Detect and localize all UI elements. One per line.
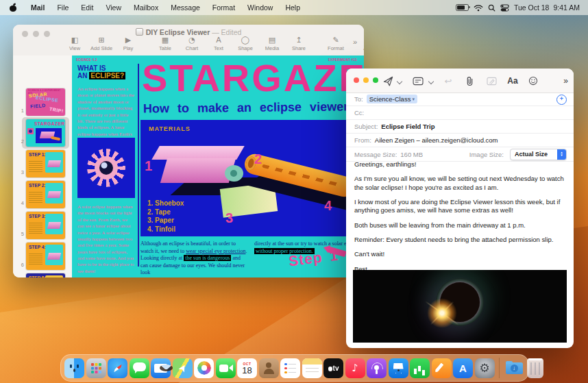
slide-thumbnail-5[interactable]: STEP 3: xyxy=(26,212,65,239)
dock-item-keynote[interactable] xyxy=(389,358,408,378)
spotlight-search-icon[interactable] xyxy=(488,4,495,12)
menu-app-name[interactable]: Mail xyxy=(25,3,51,12)
battery-icon[interactable] xyxy=(456,4,469,11)
chart-icon: ◔ xyxy=(188,36,195,44)
from-field[interactable]: From: Aileen Zeigen – aileen.zeigen@iclo… xyxy=(346,134,574,147)
dock-item-downloads[interactable]: ↓ xyxy=(504,358,524,378)
add-slide-icon: ⊞ xyxy=(98,36,104,44)
toolbar-shape-button[interactable]: ◯Shape xyxy=(237,36,254,51)
dock-item-photos[interactable] xyxy=(194,358,214,378)
menu-bar: Mail File Edit View Mailbox Message Form… xyxy=(0,0,588,15)
materials-box: MATERIALS 1 2 3 4 1. Shoebox 2. Tape 3. … xyxy=(140,120,356,236)
materials-list: 1. Shoebox 2. Tape 3. Paper 4. Tinfoil xyxy=(147,199,184,234)
toolbar-media-button[interactable]: ▤Media xyxy=(264,36,280,51)
toolbar-overflow-icon[interactable]: » xyxy=(353,38,357,46)
menu-format[interactable]: Format xyxy=(206,3,241,12)
slide-canvas[interactable]: SCIENCE 4.2 EXPERIMENT #11 WHAT IS AN EC… xyxy=(72,55,364,277)
image-size-dropdown[interactable]: Actual Size ▲▼ xyxy=(510,149,567,160)
menu-help[interactable]: Help xyxy=(279,3,306,12)
toolbar-table-button[interactable]: ▦Table xyxy=(157,36,173,51)
subject-field[interactable]: Subject: Eclipse Field Trip xyxy=(346,120,574,134)
menu-message[interactable]: Message xyxy=(164,3,206,12)
mail-title-bar[interactable]: ↩ Aa » xyxy=(346,69,574,93)
emoji-button[interactable] xyxy=(523,74,543,88)
dock-item-pages[interactable] xyxy=(432,358,452,378)
dock-item-music[interactable]: ♪ xyxy=(345,358,365,378)
control-center-icon[interactable] xyxy=(500,4,509,12)
zoom-button[interactable] xyxy=(373,77,378,83)
header-fields-chevron-icon[interactable] xyxy=(429,79,434,84)
slide-thumbnail-1[interactable]: SCIENCE 4.2 EXPERIMENT #11 SOLAR ECLIPSE… xyxy=(26,88,65,116)
slide-navigator[interactable]: 1 SCIENCE 4.2 EXPERIMENT #11 SOLAR ECLIP… xyxy=(13,55,73,277)
body-paragraph: As I'm sure you all know, we will be set… xyxy=(354,175,567,192)
dock-item-podcasts[interactable] xyxy=(367,358,387,378)
dock: OCT 18 tv ♪ A ⚙ ↓ xyxy=(60,354,529,382)
dock-item-contacts[interactable] xyxy=(259,358,279,378)
slide-thumbnail-6[interactable]: STEP 4: xyxy=(26,243,65,270)
menu-file[interactable]: File xyxy=(51,3,75,12)
slide-thumbnail-2[interactable]: STARGAZER xyxy=(26,119,65,147)
mail-compose-window[interactable]: ↩ Aa » To: Science-Class▾ + Cc: Subject:… xyxy=(346,69,574,348)
tv-logo: tv xyxy=(328,365,339,372)
keynote-window[interactable]: DIY Eclipse Viewer — Edited ◧View ⊞Add S… xyxy=(13,25,364,277)
dock-item-facetime[interactable] xyxy=(216,358,236,378)
toolbar-overflow-icon[interactable]: » xyxy=(563,74,568,88)
dock-item-numbers[interactable] xyxy=(410,358,430,378)
apple-menu-icon[interactable] xyxy=(10,4,16,12)
menu-mailbox[interactable]: Mailbox xyxy=(127,3,164,12)
dock-item-trash[interactable] xyxy=(527,358,543,378)
mail-message-body[interactable]: Greetings, earthlings! As I'm sure you a… xyxy=(354,160,567,288)
menu-time: 9:41 AM xyxy=(553,3,580,12)
subject-value: Eclipse Field Trip xyxy=(381,123,434,130)
eclipse-flare xyxy=(427,298,457,328)
wifi-icon[interactable] xyxy=(474,4,483,12)
dock-item-finder[interactable] xyxy=(64,358,84,378)
toolbar-play-button[interactable]: ▶Play xyxy=(120,36,136,51)
dock-item-tv[interactable]: tv xyxy=(323,358,343,378)
dock-item-notes[interactable] xyxy=(302,358,322,378)
menu-edit[interactable]: Edit xyxy=(75,3,99,12)
slide-thumbnail-4[interactable]: STEP 2: xyxy=(26,181,65,208)
toolbar-text-button[interactable]: AText xyxy=(210,36,227,51)
cc-field[interactable]: Cc: xyxy=(346,106,574,120)
format-text-button[interactable]: Aa xyxy=(502,74,523,88)
slide-thumbnail-7[interactable]: STEP 5: xyxy=(26,273,65,277)
toolbar-share-button[interactable]: ↥Share xyxy=(291,36,307,51)
attach-file-button[interactable] xyxy=(458,74,480,88)
dock-item-system-settings[interactable]: ⚙ xyxy=(475,358,495,378)
keynote-title-bar[interactable]: DIY Eclipse Viewer — Edited ◧View ⊞Add S… xyxy=(13,25,364,56)
slide-subtitle: How to make an eclipse viewer! xyxy=(143,99,352,116)
send-options-chevron-icon[interactable] xyxy=(397,79,402,84)
to-field[interactable]: To: Science-Class▾ + xyxy=(346,92,574,106)
dock-item-mail[interactable] xyxy=(151,358,171,378)
dock-item-messages[interactable] xyxy=(130,358,149,378)
eclipse-photo-attachment[interactable] xyxy=(353,270,567,343)
keynote-toolbar: ◧View ⊞Add Slide ▶Play ▦Table ◔Chart ATe… xyxy=(66,36,339,52)
dock-item-reminders[interactable] xyxy=(280,358,300,378)
recipient-token[interactable]: Science-Class▾ xyxy=(367,95,417,103)
menu-view[interactable]: View xyxy=(99,3,127,12)
add-recipient-button[interactable]: + xyxy=(556,95,567,105)
send-button[interactable] xyxy=(380,74,395,88)
header-fields-button[interactable] xyxy=(409,74,427,88)
dock-item-calendar[interactable]: OCT 18 xyxy=(237,358,257,378)
slide-thumbnail-3[interactable]: STEP 1: xyxy=(26,150,65,177)
dock-item-safari[interactable] xyxy=(108,358,127,378)
dock-item-launchpad[interactable] xyxy=(86,358,106,378)
body-paragraph: Both buses will be leaving from the main… xyxy=(354,221,567,230)
menu-clock[interactable]: Tue Oct 18 9:41 AM xyxy=(514,3,580,12)
warning-text-left: Although an eclipse is beautiful, in ord… xyxy=(140,240,247,277)
desktop: Mail File Edit View Mailbox Message Form… xyxy=(0,0,588,383)
toolbar-view-button[interactable]: ◧View xyxy=(66,36,83,51)
close-button[interactable] xyxy=(354,77,359,83)
dock-item-maps[interactable] xyxy=(173,358,193,378)
toolbar-chart-button[interactable]: ◔Chart xyxy=(184,36,200,51)
play-icon: ▶ xyxy=(125,36,131,44)
document-icon xyxy=(136,28,143,36)
minimize-button[interactable] xyxy=(363,77,369,83)
callout-number-3: 3 xyxy=(225,210,233,226)
dock-item-app-store[interactable]: A xyxy=(453,358,473,378)
toolbar-add-slide-button[interactable]: ⊞Add Slide xyxy=(93,36,110,51)
toolbar-format-button[interactable]: ✎Format xyxy=(328,36,344,51)
menu-window[interactable]: Window xyxy=(241,3,279,12)
